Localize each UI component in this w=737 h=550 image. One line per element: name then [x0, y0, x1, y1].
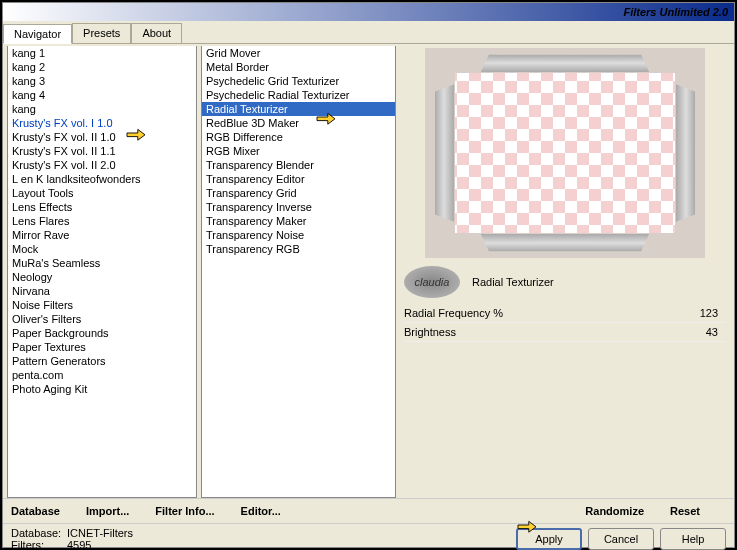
filter-item[interactable]: Transparency Blender	[202, 158, 395, 172]
category-item[interactable]: Neology	[8, 270, 196, 284]
tab-strip: NavigatorPresetsAbout	[3, 23, 734, 44]
category-item[interactable]: kang 2	[8, 60, 196, 74]
filter-item[interactable]: Radial Texturizer	[202, 102, 395, 116]
filter-item[interactable]: Transparency Grid	[202, 186, 395, 200]
category-item[interactable]: Krusty's FX vol. II 1.0	[8, 130, 196, 144]
link-editor[interactable]: Editor...	[241, 505, 281, 517]
category-item[interactable]: Lens Effects	[8, 200, 196, 214]
category-item[interactable]: Oliver's Filters	[8, 312, 196, 326]
category-item[interactable]: penta.com	[8, 368, 196, 382]
filter-item[interactable]: Transparency Inverse	[202, 200, 395, 214]
spacer	[307, 505, 585, 517]
link-button-row: DatabaseImport...Filter Info...Editor...…	[3, 498, 734, 523]
preview-frame-top	[481, 55, 649, 72]
logo-badge: claudia	[404, 266, 460, 298]
category-item[interactable]: Lens Flares	[8, 214, 196, 228]
preview-frame-bottom	[481, 234, 649, 251]
filter-list[interactable]: Grid MoverMetal BorderPsychedelic Grid T…	[201, 46, 396, 498]
category-item[interactable]: Krusty's FX vol. I 1.0	[8, 116, 196, 130]
link-import[interactable]: Import...	[86, 505, 129, 517]
filter-title-row: claudia Radial Texturizer	[404, 266, 726, 298]
category-item[interactable]: Nirvana	[8, 284, 196, 298]
filter-item[interactable]: RGB Difference	[202, 130, 395, 144]
filter-item[interactable]: Psychedelic Radial Texturizer	[202, 88, 395, 102]
tab-about[interactable]: About	[131, 23, 182, 43]
status-bar: Database:ICNET-Filters Filters:4595 Appl…	[3, 523, 734, 550]
category-item[interactable]: Layout Tools	[8, 186, 196, 200]
category-item[interactable]: kang 3	[8, 74, 196, 88]
preview-area	[425, 48, 705, 258]
filter-item[interactable]: Transparency Noise	[202, 228, 395, 242]
tab-presets[interactable]: Presets	[72, 23, 131, 43]
category-item[interactable]: Krusty's FX vol. II 1.1	[8, 144, 196, 158]
preview-frame-left	[435, 84, 454, 222]
filter-item[interactable]: RedBlue 3D Maker	[202, 116, 395, 130]
category-item[interactable]: Mock	[8, 242, 196, 256]
category-item[interactable]: Mirror Rave	[8, 228, 196, 242]
category-item[interactable]: Pattern Generators	[8, 354, 196, 368]
preview-frame-right	[676, 84, 695, 222]
preview-checker	[455, 73, 675, 233]
category-item[interactable]: Paper Textures	[8, 340, 196, 354]
link-reset[interactable]: Reset	[670, 505, 700, 517]
filter-item[interactable]: Transparency Editor	[202, 172, 395, 186]
app-title: Filters Unlimited 2.0	[623, 6, 728, 18]
filter-item[interactable]: RGB Mixer	[202, 144, 395, 158]
param-row[interactable]: Brightness43	[404, 323, 726, 342]
filter-item[interactable]: Transparency RGB	[202, 242, 395, 256]
title-bar: Filters Unlimited 2.0	[3, 3, 734, 21]
category-item[interactable]: kang	[8, 102, 196, 116]
logo-text: claudia	[415, 276, 450, 288]
category-item[interactable]: Paper Backgrounds	[8, 326, 196, 340]
status-filters-value: 4595	[67, 539, 91, 550]
category-item[interactable]: L en K landksiteofwonders	[8, 172, 196, 186]
help-button[interactable]: Help	[660, 528, 726, 550]
cancel-button[interactable]: Cancel	[588, 528, 654, 550]
param-row[interactable]: Radial Frequency %123	[404, 304, 726, 323]
right-pane: claudia Radial Texturizer Radial Frequen…	[400, 44, 734, 498]
filter-item[interactable]: Grid Mover	[202, 46, 395, 60]
apply-button[interactable]: Apply	[516, 528, 582, 550]
filter-item[interactable]: Transparency Maker	[202, 214, 395, 228]
status-db-label: Database:	[11, 527, 67, 539]
status-filters-label: Filters:	[11, 539, 67, 550]
link-database[interactable]: Database	[11, 505, 60, 517]
tab-navigator[interactable]: Navigator	[3, 24, 72, 44]
parameter-table: Radial Frequency %123Brightness43	[404, 304, 726, 342]
param-value: 123	[700, 307, 718, 319]
category-list[interactable]: kang 1kang 2kang 3kang 4kangKrusty's FX …	[7, 46, 197, 498]
category-item[interactable]: Krusty's FX vol. II 2.0	[8, 158, 196, 172]
category-item[interactable]: Photo Aging Kit	[8, 382, 196, 396]
param-value: 43	[706, 326, 718, 338]
main-window: Filters Unlimited 2.0 NavigatorPresetsAb…	[2, 2, 735, 548]
category-item[interactable]: Noise Filters	[8, 298, 196, 312]
category-item[interactable]: MuRa's Seamless	[8, 256, 196, 270]
filter-item[interactable]: Psychedelic Grid Texturizer	[202, 74, 395, 88]
link-randomize[interactable]: Randomize	[585, 505, 644, 517]
main-panel: kang 1kang 2kang 3kang 4kangKrusty's FX …	[3, 44, 734, 498]
status-db-value: ICNET-Filters	[67, 527, 133, 539]
current-filter-name: Radial Texturizer	[472, 276, 726, 288]
category-item[interactable]: kang 1	[8, 46, 196, 60]
link-filterinfo[interactable]: Filter Info...	[155, 505, 214, 517]
filter-item[interactable]: Metal Border	[202, 60, 395, 74]
param-label: Radial Frequency %	[404, 307, 503, 319]
param-label: Brightness	[404, 326, 456, 338]
category-item[interactable]: kang 4	[8, 88, 196, 102]
